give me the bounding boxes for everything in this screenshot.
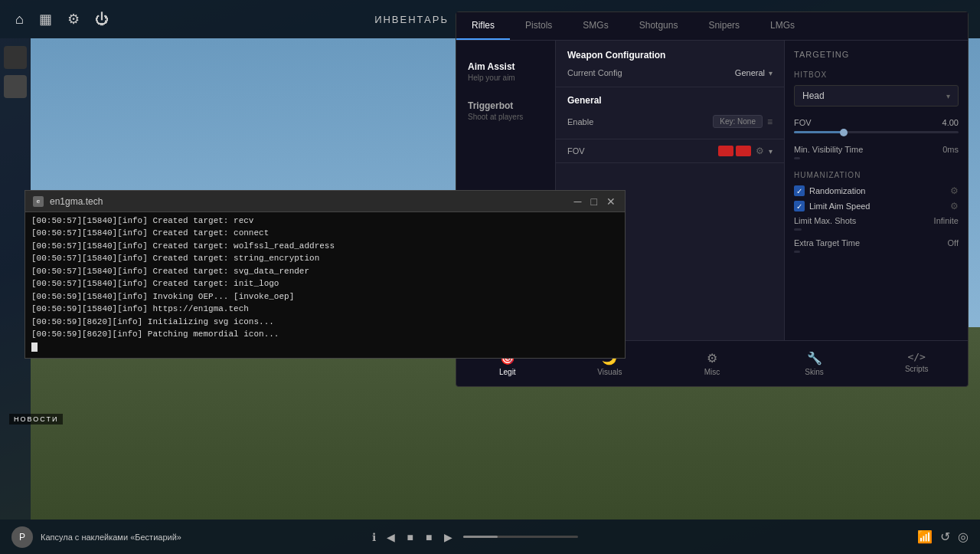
limit-aim-speed-label: Limit Aim Speed xyxy=(809,202,870,211)
terminal-line: [00:50:59][15840][info] https://en1gma.t… xyxy=(31,303,619,316)
playback-controls: ◀ ■ ■ ▶ xyxy=(384,528,456,546)
terminal-title: en1gma.tech xyxy=(50,196,567,207)
power-icon[interactable]: ⏻ xyxy=(95,11,109,28)
wifi-icon[interactable]: 📶 xyxy=(917,529,933,544)
weapon-tab-smgs[interactable]: SMGs xyxy=(567,12,623,40)
enable-menu-icon[interactable]: ≡ xyxy=(767,116,773,127)
enable-row-icons: Key: None ≡ xyxy=(713,115,773,128)
hitbox-value: Head xyxy=(802,90,825,101)
limit-max-shots-slider[interactable] xyxy=(794,228,802,231)
chat-icon[interactable]: ◎ xyxy=(958,529,969,544)
fov-gear-icon[interactable]: ⚙ xyxy=(756,146,764,156)
fov-chevron-icon[interactable]: ▾ xyxy=(769,147,773,156)
config-select-value: General xyxy=(735,68,765,77)
capsule-label: Капсула с наклейками «Бестиарий» xyxy=(41,533,364,542)
weapon-tab-rifles[interactable]: Rifles xyxy=(456,12,510,40)
targeting-panel: Targeting Hitbox Head ▾ FOV 4.00 xyxy=(784,41,968,340)
sidebar-item-triggerbot[interactable]: Triggerbot Shoot at players xyxy=(456,91,555,130)
targeting-title: Targeting xyxy=(794,50,959,59)
weapon-tab-pistols[interactable]: Pistols xyxy=(510,12,567,40)
bottom-tab-misc[interactable]: ⚙ Misc xyxy=(661,345,763,382)
left-thumb-2[interactable] xyxy=(4,75,27,98)
fov-block-2 xyxy=(736,146,751,156)
limit-max-shots-value: Infinite xyxy=(934,216,959,225)
weapon-config-title: Weapon Configuration xyxy=(567,50,773,61)
left-thumb-1[interactable] xyxy=(4,46,27,69)
fov-row: FOV ⚙ ▾ xyxy=(567,146,773,156)
config-select[interactable]: General ▾ xyxy=(735,68,773,77)
bottom-tab-scripts[interactable]: </> Scripts xyxy=(865,345,968,382)
min-vis-value: 0ms xyxy=(942,145,959,154)
terminal-line: [00:50:57][15840][info] Created target: … xyxy=(31,240,619,253)
visuals-label: Visuals xyxy=(597,368,622,376)
weapon-tab-lmgs[interactable]: LMGs xyxy=(755,12,810,40)
next-button[interactable]: ▶ xyxy=(441,528,456,546)
prev-button[interactable]: ◀ xyxy=(384,528,398,546)
fov-slider-fill xyxy=(794,131,844,133)
terminal-titlebar: e en1gma.tech ─ □ ✕ xyxy=(25,191,625,212)
progress-bar[interactable] xyxy=(463,536,578,538)
stop-button-1[interactable]: ■ xyxy=(404,528,416,546)
enable-label: Enable xyxy=(567,117,593,126)
weapon-tab-shotguns[interactable]: Shotguns xyxy=(624,12,694,40)
fov-slider-thumb[interactable] xyxy=(840,129,848,136)
terminal-line: [00:50:59][8620][info] Patching memordia… xyxy=(31,328,619,341)
limit-max-shots-label: Limit Max. Shots xyxy=(794,216,856,225)
min-vis-slider[interactable] xyxy=(794,157,800,159)
avatar: P xyxy=(11,526,33,548)
randomization-label-group: ✓ Randomization xyxy=(794,185,865,196)
terminal-line: [00:50:59][8620][info] Initializing svg … xyxy=(31,316,619,329)
terminal-line: [00:50:57][15840][info] Created target: … xyxy=(31,265,619,278)
sidebar-item-aim-assist-title: Aim Assist xyxy=(468,61,544,72)
terminal-body: [00:50:57][15840][info] Running a routin… xyxy=(25,212,625,358)
terminal-close[interactable]: ✕ xyxy=(605,195,617,208)
limit-aim-speed-checkbox[interactable]: ✓ xyxy=(794,201,805,211)
terminal-favicon: e xyxy=(33,196,44,207)
scripts-icon: </> xyxy=(907,351,925,362)
legit-label: Legit xyxy=(499,368,516,376)
bottom-tab-skins[interactable]: 🔧 Skins xyxy=(763,345,866,382)
general-title: General xyxy=(567,95,773,106)
randomization-checkbox[interactable]: ✓ xyxy=(794,185,805,196)
terminal-line: [00:50:57][15840][info] Created target: … xyxy=(31,277,619,290)
terminal-line: [00:50:57][15840][info] Created target: … xyxy=(31,227,619,240)
sidebar-item-triggerbot-title: Triggerbot xyxy=(468,100,544,111)
hitbox-select[interactable]: Head ▾ xyxy=(794,85,959,107)
key-badge[interactable]: Key: None xyxy=(713,115,763,128)
fov-targeting-row: FOV 4.00 xyxy=(794,118,959,127)
checkbox-check-icon: ✓ xyxy=(796,187,802,195)
weapon-tab-snipers[interactable]: Snipers xyxy=(693,12,755,40)
inventory-icon[interactable]: ▦ xyxy=(39,11,52,28)
terminal-line: [00:50:57][15840][info] Created target: … xyxy=(31,215,619,228)
avatar-placeholder: P xyxy=(19,532,25,543)
terminal-line: [00:50:57][15840][info] Created target: … xyxy=(31,252,619,265)
limit-aim-speed-label-group: ✓ Limit Aim Speed xyxy=(794,201,870,211)
current-config-row: Current Config General ▾ xyxy=(567,68,773,77)
sidebar-item-aim-assist[interactable]: Aim Assist Help your aim xyxy=(456,52,555,91)
terminal-maximize[interactable]: □ xyxy=(590,195,599,208)
weapon-config-section: Weapon Configuration Current Config Gene… xyxy=(556,41,784,87)
randomization-row: ✓ Randomization ⚙ xyxy=(794,185,959,196)
general-section: General Enable Key: None ≡ xyxy=(556,87,784,139)
settings-bottom-icon[interactable]: ↺ xyxy=(940,529,950,544)
home-icon[interactable]: ⌂ xyxy=(15,11,24,28)
min-vis-section: Min. Visibility Time 0ms xyxy=(794,145,959,159)
current-config-label: Current Config xyxy=(567,68,622,77)
extra-target-slider[interactable] xyxy=(794,251,800,253)
limit-aim-speed-gear-icon[interactable]: ⚙ xyxy=(950,201,959,211)
fov-label: FOV xyxy=(567,146,585,156)
terminal-window[interactable]: e en1gma.tech ─ □ ✕ [00:50:57][15840][in… xyxy=(24,190,626,359)
misc-label: Misc xyxy=(704,368,720,376)
stop-button-2[interactable]: ■ xyxy=(423,528,435,546)
nav-tab-inventory[interactable]: ИНВЕНТАРЬ xyxy=(374,10,449,29)
fov-slider-track[interactable] xyxy=(794,131,959,133)
settings-icon[interactable]: ⚙ xyxy=(67,11,80,28)
terminal-cursor-line xyxy=(31,341,619,354)
terminal-minimize[interactable]: ─ xyxy=(573,195,583,208)
hitbox-chevron-icon: ▾ xyxy=(946,92,950,100)
terminal-cursor xyxy=(31,343,38,352)
info-button[interactable]: ℹ xyxy=(372,531,376,543)
sidebar-item-aim-assist-sub: Help your aim xyxy=(468,74,544,82)
randomization-gear-icon[interactable]: ⚙ xyxy=(950,185,959,196)
novosti-badge: НОВОСТИ xyxy=(9,414,63,425)
